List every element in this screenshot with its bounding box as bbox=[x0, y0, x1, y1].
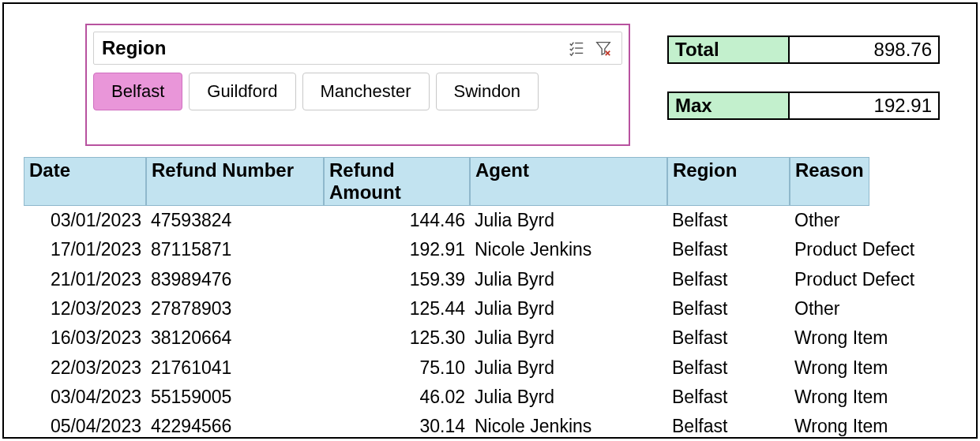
table-row[interactable]: 05/04/20234229456630.14Nicole JenkinsBel… bbox=[24, 412, 944, 441]
slicer-option-swindon[interactable]: Swindon bbox=[436, 73, 539, 110]
clear-filter-icon[interactable] bbox=[593, 38, 614, 58]
cell-date: 17/01/2023 bbox=[24, 235, 146, 264]
cell-reason: Other bbox=[790, 294, 845, 323]
table-row[interactable]: 21/01/202383989476159.39Julia ByrdBelfas… bbox=[24, 265, 944, 294]
cell-refund_amount: 144.46 bbox=[324, 206, 470, 235]
cell-agent: Julia Byrd bbox=[470, 383, 667, 412]
table-row[interactable]: 03/01/202347593824144.46Julia ByrdBelfas… bbox=[24, 206, 944, 235]
table-row[interactable]: 22/03/20232176104175.10Julia ByrdBelfast… bbox=[24, 353, 944, 383]
max-value: 192.91 bbox=[790, 92, 940, 120]
slicer-header: Region bbox=[93, 32, 622, 65]
cell-agent: Nicole Jenkins bbox=[470, 412, 667, 441]
multiselect-icon[interactable] bbox=[566, 38, 587, 58]
cell-refund_number: 87115871 bbox=[146, 235, 324, 264]
cell-refund_amount: 159.39 bbox=[324, 265, 470, 294]
col-header-agent[interactable]: Agent bbox=[470, 157, 667, 206]
slicer-option-belfast[interactable]: Belfast bbox=[93, 73, 182, 110]
cell-date: 22/03/2023 bbox=[24, 353, 146, 383]
col-header-reason[interactable]: Reason bbox=[790, 157, 869, 206]
cell-refund_number: 55159005 bbox=[146, 383, 324, 412]
cell-agent: Julia Byrd bbox=[470, 353, 667, 383]
slicer-title: Region bbox=[102, 37, 560, 59]
cell-date: 12/03/2023 bbox=[24, 294, 146, 323]
refunds-table: Date Refund Number Refund Amount Agent R… bbox=[24, 157, 944, 441]
cell-region: Belfast bbox=[667, 206, 790, 235]
cell-agent: Julia Byrd bbox=[470, 206, 667, 235]
cell-agent: Julia Byrd bbox=[470, 323, 667, 353]
cell-agent: Julia Byrd bbox=[470, 294, 667, 323]
cell-region: Belfast bbox=[667, 235, 790, 264]
cell-date: 16/03/2023 bbox=[24, 323, 146, 353]
cell-region: Belfast bbox=[667, 412, 790, 441]
cell-refund_number: 38120664 bbox=[146, 323, 324, 353]
cell-date: 03/04/2023 bbox=[24, 383, 146, 412]
cell-refund_amount: 46.02 bbox=[324, 383, 470, 412]
cell-region: Belfast bbox=[667, 353, 790, 383]
cell-refund_number: 42294566 bbox=[146, 412, 324, 441]
slicer-options: BelfastGuildfordManchesterSwindon bbox=[93, 73, 622, 110]
table-row[interactable]: 17/01/202387115871192.91Nicole JenkinsBe… bbox=[24, 235, 944, 264]
total-label: Total bbox=[667, 36, 790, 64]
table-header-row: Date Refund Number Refund Amount Agent R… bbox=[24, 157, 944, 206]
cell-reason: Other bbox=[790, 206, 845, 235]
cell-region: Belfast bbox=[667, 383, 790, 412]
cell-agent: Julia Byrd bbox=[470, 265, 667, 294]
table-row[interactable]: 16/03/202338120664125.30Julia ByrdBelfas… bbox=[24, 323, 944, 353]
cell-reason: Wrong Item bbox=[790, 323, 892, 353]
cell-refund_amount: 192.91 bbox=[324, 235, 470, 264]
cell-region: Belfast bbox=[667, 294, 790, 323]
cell-refund_number: 27878903 bbox=[146, 294, 324, 323]
cell-reason: Wrong Item bbox=[790, 412, 892, 441]
cell-reason: Wrong Item bbox=[790, 353, 892, 383]
cell-refund_number: 21761041 bbox=[146, 353, 324, 383]
cell-refund_number: 47593824 bbox=[146, 206, 324, 235]
cell-reason: Wrong Item bbox=[790, 383, 892, 412]
cell-refund_amount: 75.10 bbox=[324, 353, 470, 383]
spreadsheet-view: Region BelfastGuildfordManchesterSwindon bbox=[2, 2, 978, 439]
col-header-refund-amount[interactable]: Refund Amount bbox=[324, 157, 470, 206]
cell-region: Belfast bbox=[667, 323, 790, 353]
cell-refund_amount: 30.14 bbox=[324, 412, 470, 441]
col-header-refund-number[interactable]: Refund Number bbox=[146, 157, 324, 206]
col-header-region[interactable]: Region bbox=[667, 157, 790, 206]
summary-total-row: Total 898.76 bbox=[667, 36, 940, 64]
cell-refund_number: 83989476 bbox=[146, 265, 324, 294]
cell-refund_amount: 125.30 bbox=[324, 323, 470, 353]
region-slicer[interactable]: Region BelfastGuildfordManchesterSwindon bbox=[85, 24, 630, 146]
max-label: Max bbox=[667, 92, 790, 120]
cell-region: Belfast bbox=[667, 265, 790, 294]
slicer-option-guildford[interactable]: Guildford bbox=[189, 73, 295, 110]
slicer-option-manchester[interactable]: Manchester bbox=[302, 73, 430, 110]
cell-refund_amount: 125.44 bbox=[324, 294, 470, 323]
col-header-date[interactable]: Date bbox=[24, 157, 146, 206]
cell-date: 03/01/2023 bbox=[24, 206, 146, 235]
cell-date: 05/04/2023 bbox=[24, 412, 146, 441]
cell-agent: Nicole Jenkins bbox=[470, 235, 667, 264]
table-row[interactable]: 03/04/20235515900546.02Julia ByrdBelfast… bbox=[24, 383, 944, 412]
cell-reason: Product Defect bbox=[790, 235, 919, 264]
total-value: 898.76 bbox=[790, 36, 940, 64]
table-row[interactable]: 12/03/202327878903125.44Julia ByrdBelfas… bbox=[24, 294, 944, 323]
summary-max-row: Max 192.91 bbox=[667, 92, 940, 120]
summary-panel: Total 898.76 Max 192.91 bbox=[667, 36, 940, 148]
cell-date: 21/01/2023 bbox=[24, 265, 146, 294]
cell-reason: Product Defect bbox=[790, 265, 919, 294]
